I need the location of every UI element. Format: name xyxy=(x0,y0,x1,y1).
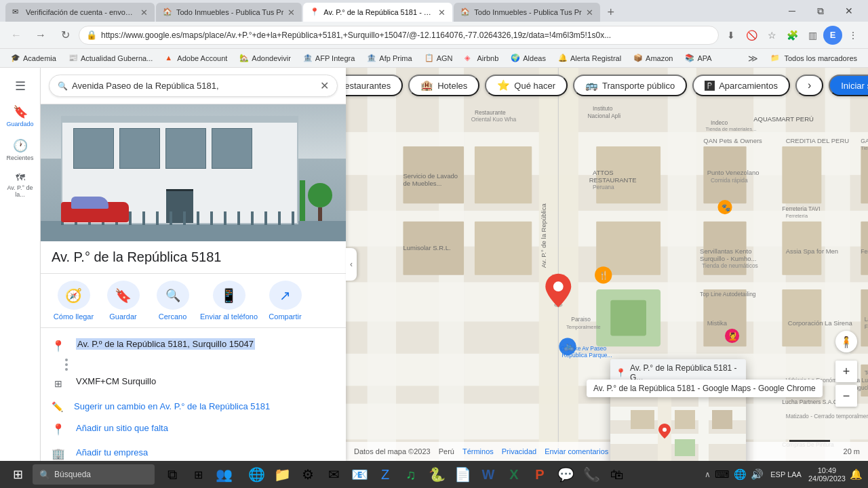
reload-button[interactable]: ↻ xyxy=(54,24,76,46)
profile-button[interactable]: E xyxy=(823,26,842,45)
bookmark-afp-integra[interactable]: 🏦 AFP Integra xyxy=(298,51,361,66)
search-clear-button[interactable]: ✕ xyxy=(320,79,329,92)
bookmark-alerta[interactable]: 🔔 Alerta Registral xyxy=(553,51,627,66)
sidebar-toggle[interactable]: ‹ xyxy=(346,248,357,281)
taskbar-pdf[interactable]: 📄 xyxy=(450,462,475,487)
back-button[interactable]: ← xyxy=(5,24,27,46)
forward-button[interactable]: → xyxy=(30,24,52,46)
svg-text:Matizado - Cerrado temporalmen: Matizado - Cerrado temporalmente xyxy=(786,413,868,420)
signin-button[interactable]: Iniciar sesión xyxy=(829,75,868,96)
tab-3-close[interactable]: ✕ xyxy=(438,8,446,17)
sidebar-icon[interactable]: ▥ xyxy=(803,26,822,45)
filter-todo[interactable]: ⭐ Qué hacer xyxy=(485,75,568,96)
suggest-edit-item[interactable]: ✏️ Sugerir un cambio en Av. P.° de la Re… xyxy=(41,396,346,418)
search-input-container[interactable]: 🔍 Avenida Paseo de la República 5181, ✕ xyxy=(49,75,338,97)
bookmark-apa[interactable]: 📚 APA xyxy=(679,51,717,66)
nearby-icon: 🔍 xyxy=(157,281,189,310)
tab-1-favicon: ✉ xyxy=(12,7,22,17)
taskbar-word[interactable]: W xyxy=(476,462,500,487)
bookmarks-overflow[interactable]: ≫ xyxy=(745,53,761,64)
filter-parking[interactable]: 🅿 Aparcamientos xyxy=(692,75,790,96)
notification-icon[interactable]: 🔔 xyxy=(850,468,863,481)
extensions-icon[interactable]: 🧩 xyxy=(783,26,802,45)
new-tab-button[interactable]: + xyxy=(601,3,620,22)
bookmark-all[interactable]: 📁 Todos los marcadores xyxy=(765,51,863,66)
search-input-text: Avenida Paseo de la República 5181, xyxy=(72,81,316,91)
bookmark-adobe[interactable]: ▲ Adobe Account xyxy=(159,51,233,66)
taskbar-excel[interactable]: X xyxy=(502,462,526,487)
map-area[interactable]: 🍴 Restaurantes 🏨 Hoteles ⭐ Qué hacer 🚌 T… xyxy=(346,68,868,461)
teams-button[interactable]: 👥 xyxy=(212,462,236,487)
filter-more[interactable]: › xyxy=(795,75,823,96)
bookmark-adondevivir[interactable]: 🏡 Adondevivir xyxy=(234,51,296,66)
bookmark-afp-prima[interactable]: 🏦 Afp Prima xyxy=(361,51,417,66)
bookmark-amazon[interactable]: 📦 Amazon xyxy=(628,51,678,66)
system-clock[interactable]: 10:49 24/09/2023 xyxy=(808,466,846,483)
save-button[interactable]: 🔖 Guardar xyxy=(101,281,145,321)
tray-arrow[interactable]: ∧ xyxy=(705,470,711,479)
nearby-button[interactable]: 🔍 Cercano xyxy=(151,281,195,321)
taskbar-python[interactable]: 🐍 xyxy=(425,462,449,487)
star-icon[interactable]: ☆ xyxy=(762,26,781,45)
tab-2-close[interactable]: ✕ xyxy=(288,8,295,17)
filter-transit[interactable]: 🚌 Transporte público xyxy=(573,75,687,96)
hamburger-icon: ☰ xyxy=(15,79,26,94)
language-indicator[interactable]: ESP LAA xyxy=(768,470,804,479)
widgets-button[interactable]: ⊞ xyxy=(186,462,210,487)
taskbar-settings[interactable]: ⚙ xyxy=(296,462,320,487)
directions-button[interactable]: 🧭 Cómo llegar xyxy=(52,281,96,321)
bookmark-adobe-label: Adobe Account xyxy=(177,54,227,62)
start-button[interactable]: ⊞ xyxy=(5,462,30,487)
privacy-link[interactable]: Privacidad xyxy=(502,447,536,455)
taskbar-mail[interactable]: ✉ xyxy=(321,462,346,487)
zoom-in-button[interactable]: + xyxy=(835,361,857,382)
bookmark-aldeas[interactable]: 🌍 Aldeas xyxy=(505,51,551,66)
send-phone-label: Enviar al teléfono xyxy=(200,312,258,321)
tab-2[interactable]: 🏠 Todo Inmuebles - Publica Tus Pr ✕ xyxy=(156,3,302,22)
tab-4-close[interactable]: ✕ xyxy=(586,8,593,17)
bookmark-actualidad[interactable]: 📰 Actualidad Guberna... xyxy=(63,51,158,66)
share-button[interactable]: ↗ Compartir xyxy=(263,281,307,321)
keyboard-icon[interactable]: ⌨ xyxy=(715,468,730,481)
taskbar-outlook[interactable]: 📧 xyxy=(347,462,372,487)
add-place-item[interactable]: 📍 Añadir un sitio que falta xyxy=(41,418,346,442)
taskbar-ppt[interactable]: P xyxy=(528,462,552,487)
pegman-button[interactable]: 🧍 xyxy=(835,331,857,352)
bookmark-academia[interactable]: 🎓 Academia xyxy=(5,51,62,66)
taskbar-zoom[interactable]: Z xyxy=(373,462,397,487)
menu-icon[interactable]: ⋮ xyxy=(844,26,863,45)
taskbar-whatsapp[interactable]: 💬 xyxy=(553,462,578,487)
gm-saved-icon[interactable]: 🔖 Guardado xyxy=(4,100,37,131)
gm-contrib-icon[interactable]: 🗺 Av. P.° de la... xyxy=(4,168,37,202)
taskbar-chrome[interactable]: 🌐 xyxy=(244,462,269,487)
network-icon[interactable]: 🌐 xyxy=(734,468,747,481)
tab-4[interactable]: 🏠 Todo Inmuebles - Publica Tus Pr ✕ xyxy=(454,3,599,22)
filter-hotels[interactable]: 🏨 Hoteles xyxy=(408,75,479,96)
tab-1-close[interactable]: ✕ xyxy=(140,8,148,17)
gm-menu-icon[interactable]: ☰ xyxy=(4,75,37,98)
filter-todo-label: Qué hacer xyxy=(514,81,555,91)
tab-1[interactable]: ✉ Verificifación de cuenta - envo2013 ✕ xyxy=(5,3,155,22)
add-business-item[interactable]: 🏢 Añadir tu empresa xyxy=(41,442,346,461)
minimize-button[interactable]: ─ xyxy=(778,0,806,22)
task-view-button[interactable]: ⧉ xyxy=(160,462,184,487)
terms-link[interactable]: Términos xyxy=(462,447,494,455)
filter-restaurants[interactable]: 🍴 Restaurantes xyxy=(346,75,403,96)
taskbar-store[interactable]: 🛍 xyxy=(605,462,629,487)
taskbar-search[interactable]: 🔍 Búsqueda xyxy=(33,464,155,485)
taskbar-phone[interactable]: 📞 xyxy=(579,462,604,487)
bookmark-agn[interactable]: 📋 AGN xyxy=(419,51,458,66)
taskbar-explorer[interactable]: 📁 xyxy=(270,462,294,487)
sound-icon[interactable]: 🔊 xyxy=(751,468,764,481)
download-icon[interactable]: ⬇ xyxy=(722,26,741,45)
account-blocked-icon[interactable]: 🚫 xyxy=(742,26,761,45)
zoom-out-button[interactable]: − xyxy=(835,385,857,407)
restore-button[interactable]: ⧉ xyxy=(807,0,834,22)
send-to-phone-button[interactable]: 📱 Enviar al teléfono xyxy=(200,281,258,321)
gm-recents-icon[interactable]: 🕐 Recientes xyxy=(4,134,37,165)
taskbar-spotify[interactable]: ♫ xyxy=(399,462,423,487)
close-button[interactable]: ✕ xyxy=(835,0,863,22)
bookmark-airbnb[interactable]: ◈ Airbnb xyxy=(459,51,504,66)
tab-3[interactable]: 📍 Av. P.° de la República 5181 - G... ✕ xyxy=(303,3,452,22)
address-bar[interactable]: 🔒 https://www.google.es/maps/place/Av.+P… xyxy=(79,26,719,45)
